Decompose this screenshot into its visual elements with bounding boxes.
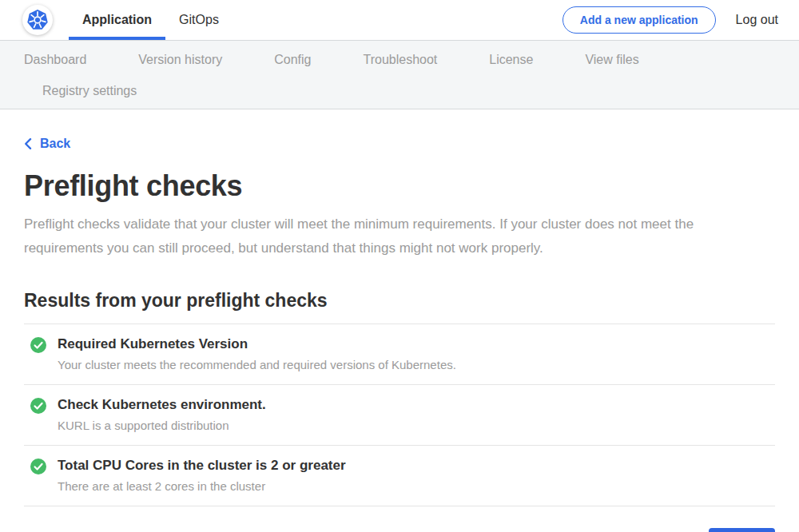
check-description: Your cluster meets the recommended and r…: [58, 358, 775, 371]
subnav-row-1: Dashboard Version history Config Trouble…: [24, 53, 775, 67]
subnav-row-2: Registry settings: [24, 84, 775, 98]
kubernetes-logo[interactable]: [22, 5, 53, 35]
footer-actions: Re-run: [24, 528, 775, 532]
page-title: Preflight checks: [24, 169, 775, 203]
tab-application-label: Application: [82, 13, 152, 27]
check-title: Required Kubernetes Version: [58, 336, 775, 352]
preflight-result-row: Required Kubernetes Version Your cluster…: [24, 324, 775, 385]
tab-gitops[interactable]: GitOps: [165, 0, 233, 40]
subnav-item-view-files[interactable]: View files: [585, 53, 638, 67]
chevron-left-icon: [24, 138, 32, 149]
subnav-item-version-history[interactable]: Version history: [138, 53, 222, 67]
primary-tabs: Application GitOps: [69, 0, 233, 40]
top-navbar: Application GitOps Add a new application…: [0, 0, 799, 41]
back-link[interactable]: Back: [24, 137, 70, 151]
tab-gitops-label: GitOps: [179, 13, 219, 27]
tab-application[interactable]: Application: [69, 0, 165, 40]
add-new-application-button[interactable]: Add a new application: [562, 6, 716, 34]
check-circle-icon: [30, 337, 46, 353]
preflight-result-row: Total CPU Cores in the cluster is 2 or g…: [24, 446, 775, 506]
logout-link[interactable]: Log out: [736, 13, 778, 27]
rerun-button[interactable]: Re-run: [709, 528, 775, 532]
subnav-item-config[interactable]: Config: [274, 53, 311, 67]
subnav-item-troubleshoot[interactable]: Troubleshoot: [363, 53, 437, 67]
kubernetes-logo-icon: [26, 9, 49, 31]
results-heading: Results from your preflight checks: [24, 290, 775, 312]
check-description: KURL is a supported distribution: [58, 419, 775, 432]
preflight-page: Back Preflight checks Preflight checks v…: [0, 109, 799, 532]
check-circle-icon: [30, 398, 46, 414]
subnav-item-license[interactable]: License: [489, 53, 533, 67]
check-title: Total CPU Cores in the cluster is 2 or g…: [58, 458, 775, 474]
page-description: Preflight checks validate that your clus…: [24, 212, 775, 260]
check-circle-icon: [30, 459, 46, 474]
check-description: There are at least 2 cores in the cluste…: [58, 479, 775, 493]
subnav-item-dashboard[interactable]: Dashboard: [24, 53, 86, 67]
active-tab-underline: [69, 37, 165, 40]
preflight-results-list: Required Kubernetes Version Your cluster…: [24, 324, 775, 506]
subnav-item-registry-settings[interactable]: Registry settings: [42, 84, 137, 98]
back-link-label: Back: [40, 137, 70, 151]
check-title: Check Kubernetes environment.: [58, 397, 775, 413]
preflight-result-row: Check Kubernetes environment. KURL is a …: [24, 385, 775, 446]
app-subnav: Dashboard Version history Config Trouble…: [0, 41, 799, 109]
